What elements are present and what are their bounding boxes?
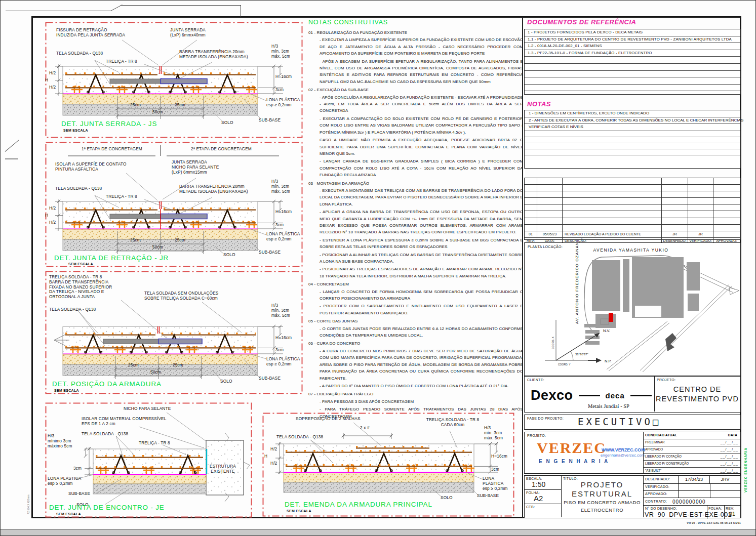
condicao-header-data: DATA bbox=[728, 432, 737, 439]
dim-2x: 2 x # bbox=[360, 426, 370, 431]
label-tela-ondulacoes: TELA SOLDADA SEM ONDULAÇÕES SOBRE TRELIÇ… bbox=[144, 291, 219, 301]
dim-50cm: 50cm bbox=[152, 110, 163, 115]
note-paragraph: 04 - CONCRETAGEM bbox=[308, 281, 523, 287]
drawing-sheet: A2 594 X 420mm VERZEC ENGENHARIA VR 90 -… bbox=[0, 0, 756, 536]
projeto-label: PROJETO: bbox=[657, 378, 675, 382]
nota-item: 1 - DIMENSÕES EM CENTÍMETROS, EXCETO OND… bbox=[525, 110, 740, 117]
planta-locacao: PLANTA LOCAÇÃO: AVENIDA YAMASHITA YUKIO … bbox=[524, 242, 741, 376]
refdocs-table: 1 - PROJETOS FORNECIDOS PELA DEXCO - DEC… bbox=[524, 29, 741, 95]
projeto-nome: CENTRO DE REVESTIMENTO PVD bbox=[654, 385, 740, 404]
folha-value: A2 bbox=[534, 494, 543, 503]
note-paragraph: - POSICIONAR A ALINHAR AS TRELIÇAS COM A… bbox=[320, 252, 523, 265]
contrato-label: CONTRATO: bbox=[645, 500, 667, 503]
refdocs-title: DOCUMENTOS DE REFERÊNCIA bbox=[527, 18, 636, 26]
revision-table: 01 05/05/23 REVISADO LOCAÇÃO A PEDIDO DO… bbox=[524, 178, 741, 240]
note-paragraph: - PROCEDER COM O SARRAFEAMENTO E NIVELAM… bbox=[320, 303, 523, 316]
fold-mark-line bbox=[5, 158, 18, 159]
label-h: H bbox=[45, 78, 48, 83]
label-h3: H/3 mín. 3cm máx. 5cm bbox=[271, 44, 290, 59]
refdoc-row: 1 - PROJETOS FORNECIDOS PELA DEXCO - DEC… bbox=[525, 29, 740, 36]
condicao-row: LIBERADO P/ COTAÇÃO __/__/__ bbox=[643, 453, 740, 460]
label-etapa1: 1ª ETAPA DE CONCRETAGEM bbox=[82, 147, 142, 152]
label-h: H bbox=[264, 454, 267, 459]
titulo-cell: TITULO: PROJETO ESTRUTURAL PISO EM CONCR… bbox=[561, 476, 644, 517]
notas-construtivas: NOTAS CONSTRUTIVAS 01 - REGULARIZAÇÃO DA… bbox=[308, 19, 523, 421]
label-h2-bot: H/2 bbox=[49, 85, 56, 90]
condicao-row: PRELIMINAR __/__/__ bbox=[643, 439, 740, 446]
label-trelica-barra: TRELIÇA SOLDADA - TR 8 BARRA DE TRANSFER… bbox=[49, 275, 112, 300]
label-trelica: TRELIÇA - TR 8 bbox=[106, 194, 137, 199]
detail-title-pa: DET. POSIÇÃO DA ARMADURA bbox=[52, 380, 162, 388]
verzec-site: WWW.VERZEC.COM bbox=[602, 447, 645, 452]
label-h2-bot: H/2 bbox=[270, 461, 277, 466]
label-solo: SOLO bbox=[223, 253, 235, 258]
titleblock-bottom: ESCALA: 1:50 FOLHA: A2 CTB: TITULO: PROJ… bbox=[524, 475, 741, 518]
note-paragraph: - LANÇAR O CONCRETO DE FORMA HOMOGENIA S… bbox=[320, 288, 523, 302]
label-isolar-eps: ISOLAR COM MATERIAL COMPRESSÍVEL EPS DE … bbox=[82, 417, 167, 427]
projeto-cell: PROJETO: CENTRO DE REVESTIMENTO PVD bbox=[654, 377, 740, 411]
note-paragraph: - O CORTE DAS JUNTAS PODE SER REALIZADO … bbox=[320, 325, 523, 339]
revision-rows: 01 05/05/23 REVISADO LOCAÇÃO A PEDIDO DO… bbox=[525, 178, 740, 244]
label-h2-top: H/2 bbox=[270, 447, 277, 452]
verzec-cell: PROJETO: VERZEC E N G E N H A R I A WWW.… bbox=[525, 432, 644, 473]
detail-title-js: DET. JUNTA SERRADA - JS bbox=[61, 120, 157, 128]
note-paragraph: - EXECUTAR A LIMPEZA A SUPERFÍCIE SUPERI… bbox=[320, 36, 523, 57]
label-solo: SOLO bbox=[221, 120, 233, 126]
verzec-row: PROJETO: VERZEC E N G E N H A R I A WWW.… bbox=[524, 432, 741, 474]
condicao-row: "AS BUILT" __/__/__ bbox=[643, 467, 740, 474]
detail-scale-pa: SEM ESCALA bbox=[54, 389, 79, 392]
label-nicho: NICHO PARA SELANTE bbox=[124, 406, 171, 411]
label-lona: LONA PLÁSTICA esp ≥ 0,2mm bbox=[483, 476, 514, 491]
notas-box: 1 - DIMENSÕES EM CENTÍMETROS, EXCETO OND… bbox=[524, 110, 741, 169]
note-paragraph: - EXECUTAR A MONTAGEM DAS TRELIÇAS COM A… bbox=[320, 187, 523, 208]
label-subbase: SUB-BASE bbox=[259, 118, 281, 123]
label-barra: BARRA TRANSFERÊNCIA 20mm METADE ISOLADA … bbox=[179, 184, 248, 194]
ctb-label: CTB: bbox=[526, 505, 535, 509]
condicao-row: LIBERADO P/ CONSTRUÇÃO __/__/__ bbox=[643, 460, 740, 467]
desenhado-label: DESENHADO: bbox=[643, 476, 679, 483]
ndesenho-row: N° DO DESENHO: VR_90_DPVE-EST-EXE-002 FO… bbox=[643, 506, 740, 519]
refdoc-row bbox=[525, 84, 740, 91]
note-paragraph: 06 - CURA DO CONCRETO bbox=[308, 340, 523, 347]
logo-divider-line bbox=[630, 395, 652, 396]
rev-entry-desc: REVISADO LOCAÇÃO A PEDIDO DO CLIENTE bbox=[562, 231, 661, 237]
label-h3: H/3 mín. 3cm máx. 5cm bbox=[484, 426, 503, 440]
cut-mark-top-right bbox=[121, 5, 241, 6]
label-h16: H=16cm bbox=[275, 74, 292, 79]
rev-entry-verified: JR bbox=[688, 231, 713, 237]
label-tela-soldada: TELA SOLDADA - Q138 bbox=[276, 435, 323, 440]
note-paragraph: 03 - MONTAGEM DA ARMAÇÃO bbox=[308, 180, 523, 187]
detail-title-em: DET. EMENDA DA ARMADURA PRINCIPAL bbox=[285, 501, 432, 508]
label-h: H bbox=[45, 213, 48, 218]
dexco-logo: Dexco bbox=[531, 388, 573, 403]
svg-text:AVENIDA YAMASHITA YUKIO: AVENIDA YAMASHITA YUKIO bbox=[593, 248, 669, 253]
deca-logo: deca bbox=[606, 391, 625, 400]
titulo-line3: PISO EM CONCRETO ARMADO bbox=[561, 500, 643, 505]
detail-junta-encontro: NICHO PARA SELANTE ISOLAR COM MATERIAL C… bbox=[45, 402, 252, 518]
detail-title-jr: DET. JUNTA DE RETRAÇÃO - JR bbox=[54, 254, 169, 262]
detail-title-je: DET. JUNTA DE ENCONTRO - JE bbox=[49, 504, 165, 511]
label-3cm: 3cm bbox=[491, 467, 499, 472]
dim-25cm-right: 25cm bbox=[175, 103, 185, 108]
label-3cm: 3cm bbox=[275, 223, 284, 228]
detail-emenda-armadura: SOPREPOSIÇÃO DE 2 MALHAS 2 x # TRELIÇA S… bbox=[262, 413, 514, 517]
dim-50cm: 50cm bbox=[152, 245, 163, 250]
label-lona: LONA PLÁSTICA esp ≥ 0,2mm bbox=[266, 98, 300, 108]
detail-scale-js: SEM ESCALA bbox=[63, 129, 88, 132]
note-paragraph: - APÓS CONCLUÍDA A REGULARIZAÇÃO DA FUND… bbox=[320, 94, 523, 114]
condicao-row: APROVADO __/__/__ bbox=[643, 446, 740, 453]
label-tela-soldada: TELA SOLDADA - Q138 bbox=[55, 186, 102, 191]
label-h16: H=16cm bbox=[275, 336, 292, 341]
condicao-cell: CONDICAO ATUAL DATA PRELIMINAR __/__/__ … bbox=[643, 432, 740, 473]
fase-value: EXECUTIVO□ bbox=[578, 416, 661, 427]
dim-25cm-left: 25cm bbox=[130, 238, 141, 243]
note-paragraph: - A CURA DO CONCRETO NOS PRIMEIROS 7 DIA… bbox=[320, 348, 523, 382]
logo-divider-line bbox=[579, 395, 600, 396]
notas-construtivas-title: NOTAS CONSTRUTIVAS bbox=[308, 19, 523, 26]
rev-entry-approved bbox=[713, 231, 740, 237]
escala-cell: ESCALA: 1:50 bbox=[525, 476, 561, 490]
label-trelica: TRELIÇA - TR 8 bbox=[139, 441, 170, 446]
note-paragraph: - LANÇAR CAMADA DE BGS-BRITA GRADUADA SI… bbox=[320, 158, 523, 178]
detail-posicao-armadura: TRELIÇA SOLDADA - TR 8 BARRA DE TRANSFER… bbox=[45, 271, 303, 394]
label-h3: H/3 mín. 3cm máx. 5cm bbox=[271, 303, 290, 318]
